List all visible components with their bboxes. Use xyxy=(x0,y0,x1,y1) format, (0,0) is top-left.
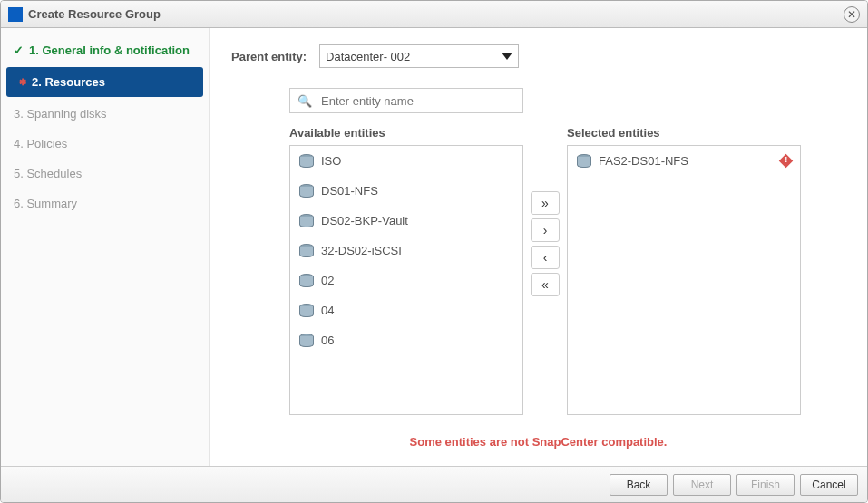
step-schedules: 5. Schedules xyxy=(1,159,209,189)
entity-name: 04 xyxy=(321,304,334,317)
list-item[interactable]: DS01-NFS xyxy=(290,176,522,206)
datastore-icon xyxy=(577,154,590,168)
wizard-footer: Back Next Finish Cancel xyxy=(1,466,867,502)
chevron-down-icon xyxy=(502,53,512,60)
list-item[interactable]: 06 xyxy=(290,325,522,355)
step-policies: 4. Policies xyxy=(1,129,209,159)
entity-name: DS02-BKP-Vault xyxy=(321,214,408,227)
move-all-right-button[interactable]: » xyxy=(531,191,560,215)
list-item[interactable]: 32-DS02-iSCSI xyxy=(290,236,522,266)
datastore-icon xyxy=(299,154,312,168)
finish-button[interactable]: Finish xyxy=(736,474,795,496)
dialog-window: Create Resource Group ✕ 1. General info … xyxy=(0,0,868,503)
move-buttons: » › ‹ « xyxy=(531,126,560,415)
step-resources[interactable]: 2. Resources xyxy=(6,67,203,97)
list-item[interactable]: FAS2-DS01-NFS xyxy=(568,146,800,176)
datastore-icon xyxy=(299,184,312,198)
parent-entity-label: Parent entity: xyxy=(231,50,307,63)
entity-name: DS01-NFS xyxy=(321,184,378,198)
entity-name: ISO xyxy=(321,154,341,168)
move-all-left-button[interactable]: « xyxy=(531,273,560,296)
search-icon: 🔍 xyxy=(297,94,312,108)
entity-search[interactable]: 🔍 xyxy=(289,88,523,113)
datastore-icon xyxy=(299,334,312,347)
move-left-button[interactable]: ‹ xyxy=(531,246,560,269)
datastore-icon xyxy=(299,214,312,227)
main-panel: Parent entity: Datacenter- 002 🔍 Availab… xyxy=(210,28,867,466)
wizard-steps-sidebar: 1. General info & notification 2. Resour… xyxy=(1,28,210,466)
selected-entities-list[interactable]: FAS2-DS01-NFS xyxy=(567,145,801,415)
compatibility-warning: Some entities are not SnapCenter compati… xyxy=(231,415,845,458)
list-item[interactable]: 04 xyxy=(290,295,522,325)
step-general-info[interactable]: 1. General info & notification xyxy=(1,35,209,65)
datastore-icon xyxy=(299,304,312,317)
warning-icon xyxy=(779,154,794,169)
available-entities-list[interactable]: ISO DS01-NFS DS02-BKP-Vault 32-DS02 xyxy=(289,145,523,415)
title-bar: Create Resource Group ✕ xyxy=(1,1,867,28)
cancel-button[interactable]: Cancel xyxy=(800,474,858,496)
list-item[interactable]: 02 xyxy=(290,266,522,295)
entity-name: FAS2-DS01-NFS xyxy=(599,154,688,168)
search-input[interactable] xyxy=(319,93,515,109)
parent-entity-select[interactable]: Datacenter- 002 xyxy=(319,44,519,68)
datastore-icon xyxy=(299,274,312,287)
window-title: Create Resource Group xyxy=(28,7,161,21)
available-entities-header: Available entities xyxy=(289,126,523,140)
app-logo-icon xyxy=(8,7,23,22)
back-button[interactable]: Back xyxy=(610,474,668,496)
entity-name: 32-DS02-iSCSI xyxy=(321,244,402,257)
entity-name: 02 xyxy=(321,274,334,287)
entity-name: 06 xyxy=(321,334,334,347)
datastore-icon xyxy=(299,244,312,257)
move-right-button[interactable]: › xyxy=(531,218,560,242)
next-button[interactable]: Next xyxy=(673,474,731,496)
selected-entities-header: Selected entities xyxy=(567,126,801,140)
step-spanning-disks: 3. Spanning disks xyxy=(1,99,209,129)
list-item[interactable]: ISO xyxy=(290,146,522,176)
close-icon[interactable]: ✕ xyxy=(844,6,860,23)
step-summary: 6. Summary xyxy=(1,189,209,218)
parent-entity-value: Datacenter- 002 xyxy=(326,50,410,63)
list-item[interactable]: DS02-BKP-Vault xyxy=(290,206,522,236)
